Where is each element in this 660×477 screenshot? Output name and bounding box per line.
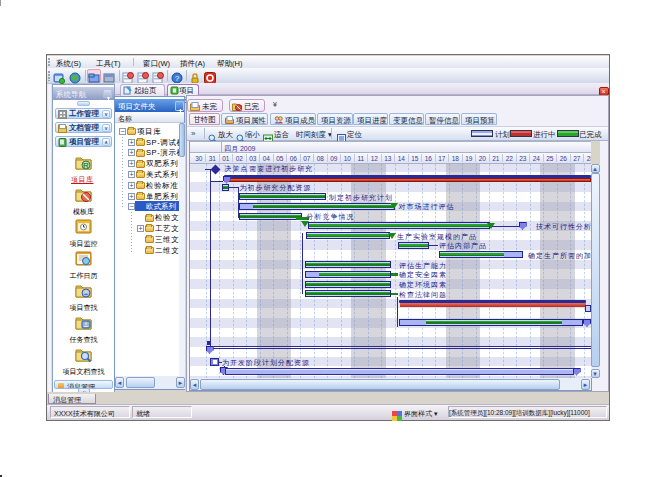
svg-text:?: ?	[174, 74, 179, 83]
svg-text:R: R	[83, 161, 89, 170]
